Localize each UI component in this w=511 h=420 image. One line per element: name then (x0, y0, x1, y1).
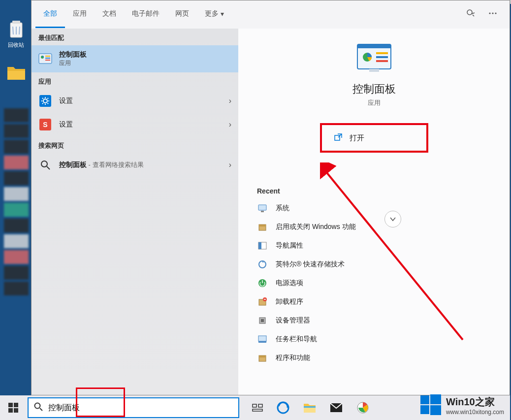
tab-web[interactable]: 网页 (167, 0, 197, 28)
result-label: 设置 (59, 120, 73, 129)
recycle-bin-label: 回收站 (8, 42, 24, 48)
open-action-label: 打开 (350, 133, 364, 143)
result-settings-2[interactable]: S 设置 › (32, 113, 238, 136)
chip-icon (257, 315, 268, 326)
control-panel-large-icon (356, 42, 392, 76)
panel-icon (257, 240, 268, 251)
blurred-icon (4, 266, 29, 280)
svg-rect-51 (304, 406, 316, 408)
svg-rect-8 (45, 56, 50, 57)
recent-item-navigation[interactable]: 导航属性 (238, 236, 510, 255)
gear-icon (38, 94, 52, 108)
blurred-icon (4, 282, 29, 295)
svg-rect-48 (253, 409, 262, 411)
search-icon (38, 158, 52, 172)
tab-documents[interactable]: 文档 (95, 0, 124, 28)
blurred-icon (4, 108, 29, 122)
open-external-icon (334, 133, 343, 143)
search-tabs-header: 全部 应用 文档 电子邮件 网页 更多▾ (32, 0, 510, 29)
taskbar-icon (257, 334, 268, 345)
control-panel-icon (38, 52, 52, 66)
blurred-icon (4, 219, 29, 232)
mail-icon[interactable] (330, 403, 343, 413)
tab-all[interactable]: 全部 (35, 0, 65, 28)
task-view-button[interactable] (252, 402, 263, 413)
result-control-panel[interactable]: 控制面板 应用 (32, 45, 238, 72)
tab-email[interactable]: 电子邮件 (124, 0, 167, 28)
recent-label: 卸载程序 (276, 297, 303, 306)
result-settings-1[interactable]: 设置 › (32, 89, 238, 113)
edge-browser-icon[interactable] (277, 401, 289, 414)
svg-rect-37 (258, 341, 266, 343)
expand-toggle-button[interactable] (384, 211, 401, 227)
tab-apps[interactable]: 应用 (65, 0, 95, 28)
svg-rect-41 (8, 403, 13, 407)
svg-rect-42 (14, 403, 18, 407)
svg-rect-1 (12, 21, 20, 24)
result-web-search[interactable]: 控制面板 - 查看网络搜索结果 › (32, 153, 238, 177)
svg-rect-27 (259, 225, 266, 226)
desktop: 回收站 全部 应用 文档 电子邮件 网页 更多▾ (0, 0, 511, 420)
windows-logo-icon (8, 403, 18, 413)
open-action-button[interactable]: 打开 (320, 123, 428, 153)
result-subtitle: 应用 (59, 59, 87, 67)
search-input[interactable] (48, 398, 238, 417)
browser-icon[interactable] (356, 401, 369, 414)
watermark-url: www.win10xitong.com (446, 409, 504, 416)
watermark-brand: Win10之家 (446, 395, 504, 409)
feedback-icon[interactable] (466, 8, 476, 20)
recent-label: 英特尔® 快速存储技术 (276, 260, 345, 269)
svg-rect-22 (369, 69, 379, 72)
result-label: 控制面板 - 查看网络搜索结果 (59, 161, 144, 169)
svg-rect-44 (14, 408, 18, 413)
header-action-icons (466, 8, 506, 20)
recent-item-windows-features[interactable]: 启用或关闭 Windows 功能 (238, 218, 510, 236)
windows-logo-icon (420, 394, 442, 416)
svg-rect-35 (261, 319, 264, 322)
uninstall-icon (257, 296, 268, 307)
svg-rect-56 (420, 405, 429, 414)
monitor-icon (257, 203, 268, 214)
section-best-match: 最佳匹配 (32, 29, 238, 45)
svg-rect-54 (420, 395, 429, 404)
section-apps: 应用 (32, 72, 238, 89)
svg-rect-57 (430, 405, 441, 415)
recent-item-taskbar[interactable]: 任务栏和导航 (238, 330, 510, 349)
search-tabs: 全部 应用 文档 电子邮件 网页 更多▾ (35, 0, 232, 28)
svg-rect-39 (259, 355, 266, 357)
tab-more[interactable]: 更多▾ (197, 0, 232, 28)
svg-point-4 (492, 12, 493, 14)
recent-item-device-manager[interactable]: 设备管理器 (238, 311, 510, 330)
recent-header: Recent (238, 187, 510, 199)
svg-rect-46 (253, 404, 256, 407)
recent-item-uninstall[interactable]: 卸载程序 (238, 292, 510, 311)
chevron-right-icon: › (229, 161, 231, 169)
svg-point-5 (495, 12, 496, 14)
svg-rect-47 (258, 404, 262, 407)
recent-item-intel-storage[interactable]: 英特尔® 快速存储技术 (238, 255, 510, 274)
sogou-icon: S (38, 118, 52, 131)
svg-rect-25 (261, 211, 264, 212)
recent-item-programs[interactable]: 程序和功能 (238, 349, 510, 367)
recent-label: 系统 (276, 204, 289, 213)
recycle-bin-icon[interactable]: 回收站 (4, 20, 29, 49)
taskbar-search-box[interactable] (28, 397, 239, 418)
recent-item-power[interactable]: 电源选项 (238, 274, 510, 292)
svg-rect-20 (376, 56, 388, 58)
recent-item-system[interactable]: 系统 (238, 199, 510, 218)
svg-rect-11 (39, 95, 51, 107)
svg-rect-43 (8, 408, 13, 413)
chevron-down-icon (389, 216, 396, 223)
search-results-panel: 全部 应用 文档 电子邮件 网页 更多▾ 最佳匹配 (31, 0, 510, 395)
recent-label: 设备管理器 (276, 316, 310, 325)
blurred-icon (4, 234, 29, 248)
refresh-icon (257, 259, 268, 270)
chevron-right-icon: › (229, 120, 231, 129)
start-button[interactable] (0, 395, 27, 420)
more-options-icon[interactable] (488, 8, 498, 20)
search-preview-pane: 控制面板 应用 打开 Recent 系统 启用或关闭 Windows 功能 导航… (238, 29, 510, 395)
folder-icon[interactable] (4, 64, 29, 94)
svg-point-15 (41, 161, 47, 167)
file-explorer-icon[interactable] (303, 402, 316, 414)
preview-subtitle: 应用 (238, 98, 510, 107)
